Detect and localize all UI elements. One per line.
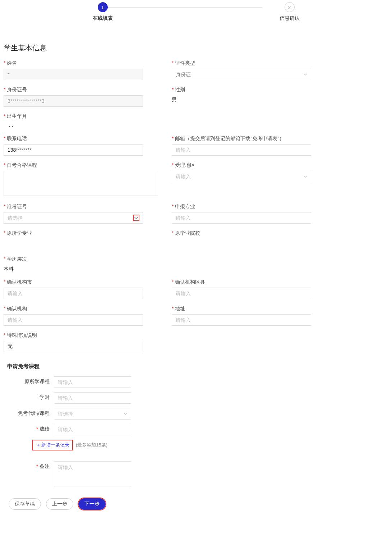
gender-value: 男 — [172, 95, 311, 103]
major-apply-label: 申报专业 — [172, 203, 311, 210]
ticket-select[interactable]: 请选择 — [4, 212, 143, 224]
address-label: 地址 — [172, 306, 311, 312]
birth-label: 出生年月 — [4, 113, 143, 120]
id-type-label: 证件类型 — [172, 60, 311, 67]
phone-label: 联系电话 — [4, 136, 143, 142]
max-add-hint: (最多添加15条) — [76, 442, 107, 448]
orig-school-label: 原毕业院校 — [172, 230, 311, 237]
confirm-org-input[interactable] — [4, 314, 143, 326]
footer-buttons: 保存草稿 上一步 下一步 — [9, 498, 388, 510]
next-button[interactable]: 下一步 — [78, 498, 106, 510]
remark-textarea[interactable] — [54, 461, 131, 486]
save-draft-button[interactable]: 保存草稿 — [9, 498, 41, 510]
sub-exempt-code-select[interactable]: 请选择 — [54, 408, 131, 420]
plus-icon: ＋ — [36, 442, 41, 448]
sub-score-label: 成绩 — [4, 424, 54, 432]
exemption-subform: 原所学课程 学时 免考代码/课程 请选择 成绩 — [4, 376, 388, 487]
prev-button[interactable]: 上一步 — [46, 498, 73, 510]
phone-input[interactable] — [4, 144, 143, 156]
sub-orig-course-label: 原所学课程 — [4, 376, 54, 385]
ticket-label: 准考证号 — [4, 203, 143, 210]
sub-exempt-code-label: 免考代码/课程 — [4, 408, 54, 417]
remark-label: 备注 — [4, 461, 54, 470]
sub-score-input[interactable] — [54, 424, 131, 435]
id-number-input[interactable] — [4, 95, 143, 107]
steps-container: 1 在线填表 2 信息确认 — [4, 2, 388, 32]
region-select[interactable]: 请输入 — [172, 171, 311, 182]
major-apply-input[interactable] — [172, 212, 311, 224]
confirm-district-label: 确认机构区县 — [172, 279, 311, 285]
basic-info-title: 学生基本信息 — [4, 43, 388, 53]
email-label: 邮箱（提交后请到登记的邮箱下载"免考申请表"） — [172, 136, 311, 142]
name-label: 姓名 — [4, 60, 143, 67]
id-number-label: 身份证号 — [4, 87, 143, 93]
step-2-label: 信息确认 — [280, 15, 300, 22]
step-1: 1 在线填表 — [78, 2, 128, 22]
name-input[interactable] — [4, 69, 143, 80]
birth-value: - - — [4, 122, 143, 129]
step-1-label: 在线填表 — [93, 15, 113, 22]
step-1-circle: 1 — [98, 2, 108, 12]
step-connector — [108, 7, 262, 8]
self-course-textarea[interactable] — [4, 171, 158, 196]
special-label: 特殊情况说明 — [4, 332, 143, 339]
email-input[interactable] — [172, 144, 311, 156]
edu-level-label: 学历层次 — [4, 256, 143, 262]
step-2: 2 信息确认 — [264, 2, 315, 22]
confirm-district-input[interactable] — [172, 288, 311, 299]
add-record-label: 新增一条记录 — [41, 442, 69, 448]
self-course-label: 自考合格课程 — [4, 162, 158, 169]
sub-hours-input[interactable] — [54, 392, 131, 404]
edu-level-value: 本科 — [4, 265, 143, 272]
gender-label: 性别 — [172, 87, 311, 93]
sub-orig-course-input[interactable] — [54, 376, 131, 388]
id-type-select[interactable]: 身份证 — [172, 69, 311, 80]
special-input[interactable] — [4, 341, 143, 352]
address-input[interactable] — [172, 314, 311, 326]
sub-hours-label: 学时 — [4, 392, 54, 401]
exemption-title: 申请免考课程 — [7, 363, 388, 370]
step-2-circle: 2 — [285, 2, 295, 12]
confirm-city-input[interactable] — [4, 288, 143, 299]
add-record-button[interactable]: ＋ 新增一条记录 — [32, 440, 73, 450]
region-label: 受理地区 — [172, 162, 311, 169]
confirm-city-label: 确认机构市 — [4, 279, 143, 285]
confirm-org-label: 确认机构 — [4, 306, 143, 312]
orig-major-label: 原所学专业 — [4, 230, 143, 237]
